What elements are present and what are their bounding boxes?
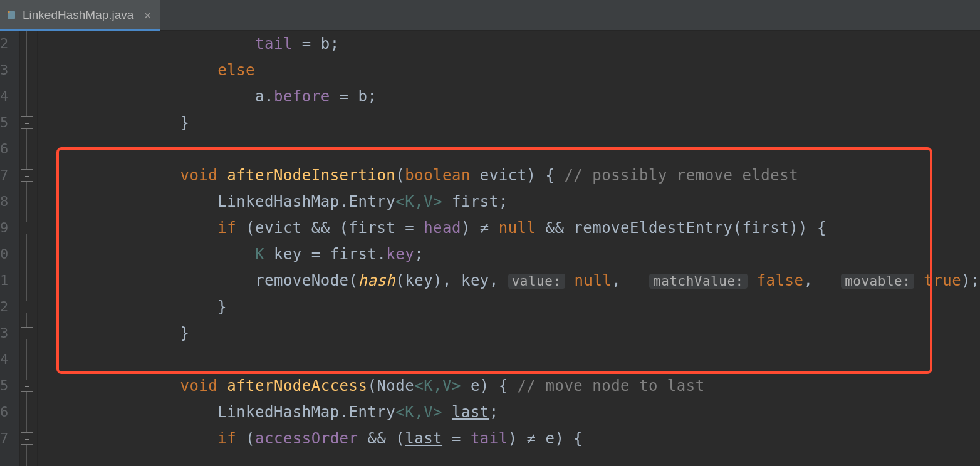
line-number: 0 bbox=[0, 241, 19, 267]
fold-collapse-icon[interactable] bbox=[21, 380, 33, 392]
line-number: 2 bbox=[0, 31, 19, 57]
line-number: 7 bbox=[0, 162, 19, 189]
line-number: 5 bbox=[0, 110, 19, 136]
fold-collapse-icon[interactable] bbox=[21, 432, 33, 445]
code-editor[interactable]: 2 3 4 5 6 7 8 9 0 1 2 3 4 5 6 7 bbox=[0, 31, 980, 466]
line-number: 6 bbox=[0, 399, 19, 425]
line-number: 3 bbox=[0, 320, 19, 346]
line-number-gutter: 2 3 4 5 6 7 8 9 0 1 2 3 4 5 6 7 bbox=[0, 31, 20, 466]
code-line: if (evict && (first = head) ≠ null && re… bbox=[68, 215, 980, 241]
code-line: } bbox=[68, 110, 980, 136]
code-line bbox=[68, 136, 980, 162]
line-number: 4 bbox=[0, 83, 19, 110]
line-number: 2 bbox=[0, 294, 19, 320]
svg-point-1 bbox=[8, 11, 9, 13]
code-line: void afterNodeAccess(Node<K,V> e) { // m… bbox=[68, 373, 980, 399]
code-area[interactable]: tail = b; else a.before = b; } void afte… bbox=[38, 31, 980, 466]
code-line: a.before = b; bbox=[68, 83, 980, 110]
tab-filename: LinkedHashMap.java bbox=[23, 8, 133, 22]
tab-bar: LinkedHashMap.java × bbox=[0, 0, 980, 31]
line-number: 8 bbox=[0, 189, 19, 215]
line-number: 9 bbox=[0, 215, 19, 241]
fold-gutter bbox=[20, 31, 38, 466]
line-number: 5 bbox=[0, 373, 19, 399]
code-line: } bbox=[68, 320, 980, 346]
code-line: LinkedHashMap.Entry<K,V> first; bbox=[68, 189, 980, 215]
inlay-hint: movable: bbox=[841, 274, 914, 289]
fold-collapse-icon[interactable] bbox=[21, 169, 33, 182]
line-number: 7 bbox=[0, 425, 19, 452]
fold-collapse-icon[interactable] bbox=[21, 222, 33, 234]
close-icon[interactable]: × bbox=[143, 8, 151, 23]
code-line: } bbox=[68, 294, 980, 320]
file-tab[interactable]: LinkedHashMap.java × bbox=[0, 0, 160, 30]
inlay-hint: matchValue: bbox=[649, 274, 748, 289]
code-line: LinkedHashMap.Entry<K,V> last; bbox=[68, 399, 980, 425]
code-line bbox=[68, 346, 980, 373]
code-line: removeNode(hash(key), key, value: null, … bbox=[68, 267, 980, 294]
line-number: 3 bbox=[0, 57, 19, 83]
inlay-hint: value: bbox=[508, 274, 565, 289]
code-line: void afterNodeInsertion(boolean evict) {… bbox=[68, 162, 980, 189]
fold-end-icon[interactable] bbox=[21, 327, 33, 339]
code-line: tail = b; bbox=[68, 31, 980, 57]
line-number: 4 bbox=[0, 346, 19, 373]
code-line: else bbox=[68, 57, 980, 83]
editor-scrollbar[interactable] bbox=[970, 31, 980, 466]
java-file-icon bbox=[6, 9, 18, 21]
fold-end-icon[interactable] bbox=[21, 301, 33, 313]
line-number: 1 bbox=[0, 267, 19, 294]
code-line: if (accessOrder && (last = tail) ≠ e) { bbox=[68, 425, 980, 452]
fold-end-icon[interactable] bbox=[21, 116, 33, 129]
line-number: 6 bbox=[0, 136, 19, 162]
code-line: K key = first.key; bbox=[68, 241, 980, 267]
